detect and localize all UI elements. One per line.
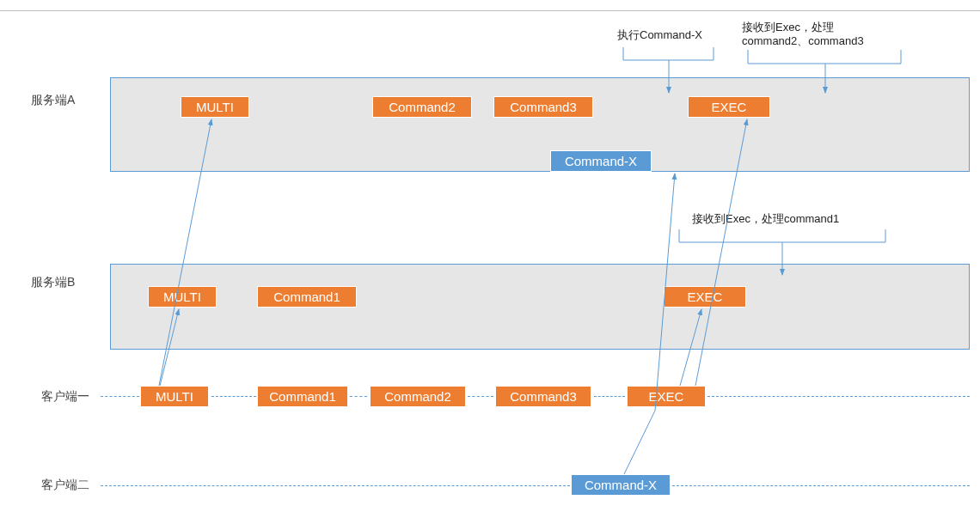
client1-line-seg (211, 396, 256, 397)
server-a-command3: Command3 (493, 96, 593, 118)
server-a-command2: Command2 (372, 96, 472, 118)
client1-line-seg (707, 396, 970, 397)
server-b-box (110, 264, 970, 350)
client1-command1: Command1 (257, 386, 348, 407)
top-divider (0, 10, 980, 11)
client1-exec: EXEC (627, 386, 706, 407)
server-a-exec: EXEC (688, 96, 770, 118)
annot-exec-cmdx: 执行Command-X (617, 28, 702, 42)
svg-line-4 (624, 411, 655, 474)
server-a-box (110, 77, 970, 172)
client1-line-seg (101, 396, 139, 397)
server-a-command-x: Command-X (550, 150, 652, 172)
server-a-label: 服务端A (31, 93, 75, 108)
client2-command-x: Command-X (571, 474, 671, 496)
client2-line-seg2 (672, 485, 970, 486)
client1-line-seg (350, 396, 367, 397)
client1-command3: Command3 (495, 386, 591, 407)
client2-label: 客户端二 (41, 478, 89, 493)
client1-line-seg (468, 396, 493, 397)
server-b-command1: Command1 (257, 286, 357, 308)
client1-command2: Command2 (370, 386, 466, 407)
annot-recv-exec-23: 接收到Exec，处理 command2、command3 (742, 21, 864, 48)
diagram-canvas: 服务端A 服务端B 客户端一 客户端二 MULTI Command2 Comma… (0, 0, 980, 524)
server-a-multi: MULTI (181, 96, 249, 118)
client1-multi: MULTI (140, 386, 209, 407)
annot-recv-exec-1: 接收到Exec，处理command1 (692, 212, 839, 226)
server-b-multi: MULTI (148, 286, 217, 308)
server-b-label: 服务端B (31, 275, 75, 290)
client1-line-seg (594, 396, 625, 397)
client2-line-seg1 (101, 485, 570, 486)
server-b-exec: EXEC (664, 286, 746, 308)
client1-label: 客户端一 (41, 389, 89, 405)
